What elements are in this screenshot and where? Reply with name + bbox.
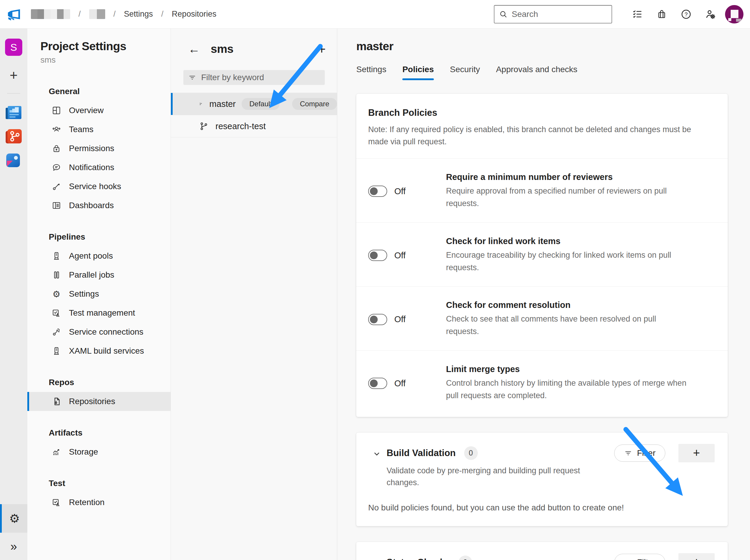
status-checks-title: Status Checks	[387, 557, 450, 560]
rail-expand-icon[interactable]: »	[0, 533, 27, 560]
rail-add-project-button[interactable]: +	[10, 68, 18, 82]
tab-policies[interactable]: Policies	[402, 65, 434, 80]
policy-description: Check to see that all comments have been…	[446, 313, 687, 338]
sidebar-item-pipeline-settings[interactable]: ⚙ Settings	[27, 285, 171, 304]
branch-policies-title: Branch Policies	[368, 107, 713, 118]
sidebar-item-storage[interactable]: Storage	[27, 442, 171, 461]
toggle-linked-work-items[interactable]	[368, 250, 387, 261]
toggle-limit-merge-types[interactable]	[368, 378, 387, 389]
tab-approvals-and-checks[interactable]: Approvals and checks	[496, 65, 577, 80]
sidebar-item-service-hooks[interactable]: Service hooks	[27, 177, 171, 196]
default-badge: Default	[242, 98, 280, 110]
tab-security[interactable]: Security	[450, 65, 480, 80]
breadcrumb-settings[interactable]: Settings	[124, 9, 153, 19]
branch-filter[interactable]	[183, 70, 325, 85]
sidebar-item-overview[interactable]: Overview	[27, 101, 171, 120]
section-heading-general: General	[49, 87, 171, 96]
filter-icon	[188, 73, 196, 82]
sidebar-item-agent-pools[interactable]: Agent pools	[27, 246, 171, 266]
global-search[interactable]	[494, 5, 612, 23]
build-validation-filter-button[interactable]: Filter	[614, 444, 665, 462]
compare-badge[interactable]: Compare	[292, 98, 337, 110]
sidebar-subtitle: sms	[40, 55, 171, 65]
sidebar-item-repositories[interactable]: Repositories	[27, 392, 171, 411]
policy-row-linked-work-items: Off Check for linked work items Encourag…	[356, 222, 728, 287]
chevron-down-icon[interactable]	[372, 559, 381, 560]
azure-devops-logo-icon[interactable]	[6, 6, 22, 22]
sidebar-item-parallel-jobs[interactable]: Parallel jobs	[27, 266, 171, 285]
sidebar-item-notifications[interactable]: Notifications	[27, 158, 171, 177]
section-heading-pipelines: Pipelines	[49, 232, 171, 242]
new-branch-button[interactable]: +	[318, 42, 326, 56]
policy-description: Require approval from a specified number…	[446, 185, 687, 210]
sidebar-title: Project Settings	[40, 40, 171, 53]
sidebar-item-test-management[interactable]: Test management	[27, 304, 171, 323]
gear-icon: ⚙	[9, 512, 20, 525]
sidebar-item-teams[interactable]: Teams	[27, 120, 171, 139]
search-icon	[499, 10, 508, 18]
tab-settings[interactable]: Settings	[356, 65, 386, 80]
svg-text:?: ?	[685, 11, 688, 17]
help-icon[interactable]: ?	[680, 8, 692, 20]
sidebar-item-label: Notifications	[69, 163, 114, 172]
overview-icon	[52, 106, 61, 115]
sidebar-item-label: Permissions	[69, 144, 114, 153]
task-list-icon[interactable]	[631, 8, 644, 20]
pipelines-app-icon[interactable]	[6, 153, 22, 168]
back-arrow-icon[interactable]: ←	[188, 43, 200, 55]
sidebar-item-label: Service hooks	[69, 182, 121, 191]
filter-icon	[624, 449, 632, 457]
chevron-down-icon[interactable]	[372, 449, 381, 458]
toggle-comment-resolution[interactable]	[368, 314, 387, 325]
section-heading-repos: Repos	[49, 378, 171, 387]
breadcrumb-org-redacted[interactable]	[31, 9, 70, 19]
hook-icon	[52, 182, 61, 191]
app-rail: S + ⚙ »	[0, 28, 27, 560]
sidebar-item-retention[interactable]: Retention	[27, 493, 171, 512]
sidebar-item-label: Retention	[69, 498, 104, 507]
toggle-min-reviewers[interactable]	[368, 186, 387, 197]
status-checks-add-button[interactable]: +	[678, 553, 715, 560]
dashboard-icon	[52, 201, 61, 210]
status-checks-filter-button[interactable]: Filter	[614, 554, 665, 560]
breadcrumb-separator: /	[114, 9, 116, 19]
plug-icon	[52, 327, 61, 337]
sidebar-item-service-connections[interactable]: Service connections	[27, 323, 171, 341]
sidebar-item-permissions[interactable]: Permissions	[27, 139, 171, 158]
build-icon	[52, 346, 61, 356]
boards-app-icon[interactable]	[6, 105, 22, 120]
project-tile[interactable]: S	[5, 39, 22, 56]
sidebar-item-label: XAML build services	[69, 346, 144, 356]
branch-row-master[interactable]: master Default Compare	[171, 93, 337, 115]
sidebar-item-dashboards[interactable]: Dashboards	[27, 196, 171, 215]
user-avatar[interactable]	[725, 5, 744, 23]
lock-icon	[52, 144, 61, 153]
breadcrumb-project-redacted[interactable]	[89, 9, 105, 19]
branch-name: master	[210, 99, 236, 109]
user-settings-icon[interactable]	[704, 8, 717, 20]
branch-row-research-test[interactable]: research-test	[171, 115, 337, 138]
gear-icon: ⚙	[52, 289, 61, 299]
branch-filter-input[interactable]	[201, 73, 320, 82]
breadcrumb-repositories[interactable]: Repositories	[172, 9, 216, 19]
git-branch-icon	[199, 122, 208, 131]
policy-title: Limit merge types	[446, 364, 687, 374]
breadcrumb-separator: /	[161, 9, 164, 19]
project-settings-sidebar: Project Settings sms General Overview Te…	[27, 28, 171, 560]
rail-project-settings-gear[interactable]: ⚙	[0, 504, 27, 533]
search-input[interactable]	[512, 9, 607, 19]
teams-icon	[52, 125, 61, 134]
comment-icon	[52, 163, 61, 172]
policy-title: Check for linked work items	[446, 236, 687, 246]
git-branch-icon	[199, 100, 202, 108]
section-heading-test: Test	[49, 479, 171, 488]
build-validation-add-button[interactable]: +	[678, 444, 715, 462]
marketplace-bag-icon[interactable]	[655, 8, 668, 20]
agent-icon	[52, 251, 61, 261]
filter-button-label: Filter	[637, 448, 655, 458]
sidebar-item-xaml-build-services[interactable]: XAML build services	[27, 341, 171, 360]
breadcrumb: / / Settings / Repositories	[31, 9, 216, 19]
repos-app-icon[interactable]	[6, 129, 22, 144]
toggle-state-label: Off	[394, 251, 406, 261]
policy-row-comment-resolution: Off Check for comment resolution Check t…	[356, 286, 728, 350]
